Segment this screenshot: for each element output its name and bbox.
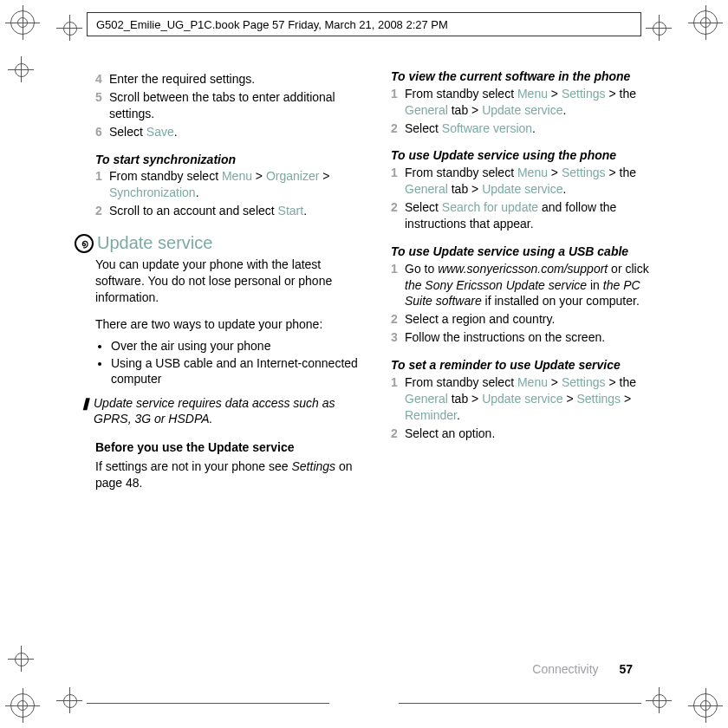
action-save: Save (146, 125, 174, 139)
text: www.sonyericsson.com/support (438, 262, 608, 276)
text: > (252, 169, 266, 183)
text: Settings (291, 459, 335, 473)
action-reminder: Reminder (405, 408, 457, 422)
step-number: 4 (95, 71, 109, 88)
paragraph: You can update your phone with the lates… (95, 257, 363, 306)
text: > (319, 169, 329, 183)
text: in (587, 278, 603, 292)
action-synchronization: Synchronization (109, 185, 196, 199)
step-text: Enter the required settings. (109, 71, 363, 88)
action-menu: Menu (517, 166, 548, 179)
step-number: 1 (391, 86, 405, 119)
step-number: 3 (391, 329, 405, 346)
action-settings: Settings (562, 375, 606, 389)
text: Select (405, 121, 442, 135)
step-number: 2 (391, 120, 405, 137)
step-6: 6 Select Save. (95, 124, 363, 140)
update-service-icon: ൭ (75, 234, 94, 253)
action-organizer: Organizer (266, 169, 319, 183)
footer-page-number: 57 (619, 662, 633, 676)
text: > (563, 392, 577, 406)
left-column: 4 Enter the required settings. 5 Scroll … (95, 69, 363, 495)
step-text: From standby select Menu > Organizer > S… (109, 168, 363, 201)
step-number: 2 (391, 311, 405, 328)
text: . (563, 182, 567, 196)
subhead-use-phone: To use Update service using the phone (391, 148, 659, 163)
action-settings: Settings (562, 87, 606, 101)
list-item: Over the air using your phone (111, 338, 363, 354)
text: If settings are not in your phone see (95, 459, 291, 473)
text: . (563, 103, 567, 117)
text: > (548, 375, 562, 389)
crop-mark (61, 692, 78, 709)
text: Before you use the Update service (95, 440, 295, 454)
footer-section: Connectivity (532, 662, 598, 676)
text: . (196, 185, 199, 199)
usephone-step-2: 2 Select Search for update and follow th… (391, 199, 659, 232)
text: > the (606, 375, 636, 389)
action-general: General (405, 103, 448, 117)
action-update-service: Update service (482, 103, 562, 117)
text: > (621, 392, 631, 406)
action-general: General (405, 392, 448, 406)
step-number: 2 (391, 426, 405, 442)
useusb-step-3: 3 Follow the instructions on the screen. (391, 329, 659, 346)
text: . (174, 125, 178, 139)
step-number: 5 (95, 89, 109, 122)
text: From standby select (405, 87, 517, 101)
text: Scroll to an account and select (109, 204, 278, 218)
step-text: Select Software version. (405, 120, 659, 137)
before-heading: Before you use the Update service (95, 439, 363, 456)
step-text: From standby select Menu > Settings > th… (405, 86, 659, 119)
action-update-service: Update service (482, 182, 562, 196)
subhead-reminder: To set a reminder to use Update service (391, 358, 659, 373)
text: > the (606, 87, 636, 101)
step-text: From standby select Menu > Settings > th… (405, 165, 659, 198)
step-number: 2 (391, 199, 405, 232)
usephone-step-1: 1 From standby select Menu > Settings > … (391, 165, 659, 198)
note-text: Update service requires data access such… (94, 395, 363, 426)
action-settings: Settings (562, 166, 606, 179)
print-header-text: G502_Emilie_UG_P1C.book Page 57 Friday, … (96, 18, 448, 31)
subhead-view-software: To view the current software in the phon… (391, 69, 659, 84)
text: tab > (448, 182, 482, 196)
section-update-service: ൭ Update service (75, 233, 363, 253)
registration-mark (693, 693, 718, 718)
text: From standby select (405, 166, 517, 179)
right-column: To view the current software in the phon… (391, 69, 659, 495)
step-4: 4 Enter the required settings. (95, 71, 363, 88)
step-text: Select Save. (109, 124, 363, 140)
bullet-list: Over the air using your phone Using a US… (95, 338, 363, 387)
registration-mark (693, 10, 718, 35)
step-text: Select Search for update and follow the … (405, 199, 659, 232)
step-number: 1 (95, 168, 109, 201)
text: or click (608, 262, 648, 276)
action-menu: Menu (517, 375, 548, 389)
step-text: Scroll to an account and select Start. (109, 203, 363, 219)
page-content: 4 Enter the required settings. 5 Scroll … (95, 69, 659, 676)
text: Select (109, 125, 146, 139)
paragraph: If settings are not in your phone see Se… (95, 458, 363, 491)
text: tab > (448, 392, 482, 406)
action-software-version: Software version (442, 121, 532, 135)
step-text: Go to www.sonyericsson.com/support or cl… (405, 261, 659, 310)
reminder-step-1: 1 From standby select Menu > Settings > … (391, 374, 659, 424)
section-title-text: Update service (97, 233, 212, 253)
useusb-step-1: 1 Go to www.sonyericsson.com/support or … (391, 261, 659, 310)
crop-mark (12, 650, 29, 667)
text: > the (606, 166, 636, 179)
step-text: From standby select Menu > Settings > th… (405, 374, 659, 424)
page-footer: Connectivity 57 (532, 662, 633, 676)
registration-mark (10, 693, 35, 718)
crop-mark (650, 19, 667, 36)
viewsw-step-2: 2 Select Software version. (391, 120, 659, 137)
text: the Sony Ericsson Update service (405, 278, 587, 292)
registration-mark (10, 10, 35, 35)
text: > (548, 166, 562, 179)
useusb-step-2: 2 Select a region and country. (391, 311, 659, 328)
action-settings2: Settings (576, 392, 621, 406)
subhead-start-sync: To start synchronization (95, 153, 363, 167)
viewsw-step-1: 1 From standby select Menu > Settings > … (391, 86, 659, 119)
text: tab > (448, 103, 482, 117)
action-update-service: Update service (482, 392, 562, 406)
